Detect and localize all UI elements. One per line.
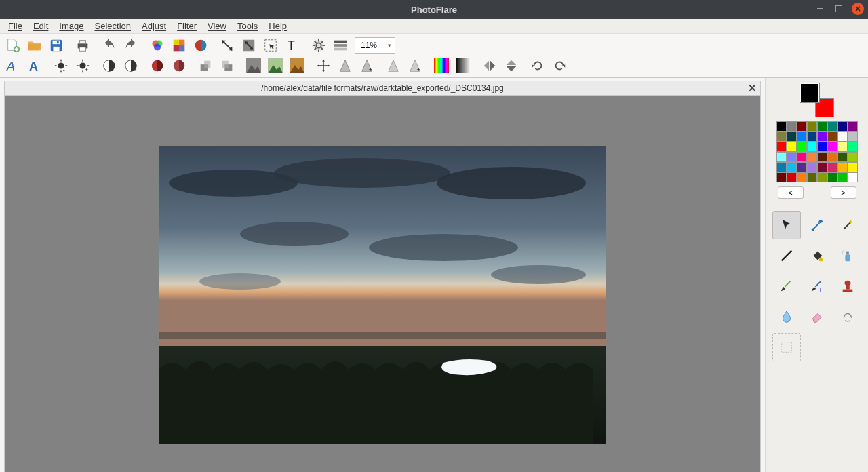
palette-color[interactable] [817,142,827,152]
palette-color[interactable] [817,121,827,132]
saturation-down-button[interactable] [147,56,167,75]
soften-more-button[interactable]: + [405,56,425,75]
fit-canvas-button[interactable] [239,36,259,55]
palette-color[interactable] [787,121,797,132]
palette-color[interactable] [776,172,787,182]
spray-tool[interactable] [833,241,862,270]
maximize-button[interactable] [833,3,845,15]
warm-filter-button[interactable] [287,56,307,75]
crop-tool[interactable] [772,333,801,361]
menu-adjust[interactable]: Adjust [136,20,172,33]
flip-horizontal-button[interactable] [479,56,500,75]
palette-color[interactable] [827,152,837,162]
zoom-dropdown-icon[interactable]: ▾ [384,42,395,49]
menu-selection[interactable]: Selection [90,20,136,33]
color-wheel-button[interactable] [191,36,211,55]
menu-file[interactable]: File [3,20,28,33]
palette-color[interactable] [817,152,827,162]
text-tool-button[interactable]: T [282,36,302,55]
palette-color[interactable] [776,132,787,142]
palette-color[interactable] [817,162,827,172]
menu-view[interactable]: View [202,20,232,33]
palette-color[interactable] [848,132,858,142]
grayscale-filter-button[interactable] [243,56,264,75]
palette-color[interactable] [787,172,797,182]
palette-color[interactable] [827,121,837,132]
palette-color[interactable] [776,142,787,152]
palette-color[interactable] [817,172,827,182]
palette-color[interactable] [837,121,848,132]
settings-button[interactable] [309,36,329,55]
rotate-cw-button[interactable] [217,56,237,75]
palette-color[interactable] [797,121,807,132]
rotate-ccw-button[interactable] [195,56,216,75]
line-tool[interactable] [772,241,801,270]
palette-color[interactable] [807,121,817,132]
magic-wand-tool[interactable] [833,211,862,239]
rotate-left-button[interactable] [528,56,548,75]
move-tool-button[interactable] [313,56,334,75]
palette-color[interactable] [848,152,858,162]
palette-color[interactable] [797,142,807,152]
undo-button[interactable] [99,36,119,55]
minimize-button[interactable] [814,3,826,15]
sepia-filter-button[interactable] [265,56,285,75]
palette-color[interactable] [787,152,797,162]
palette-color[interactable] [848,172,858,182]
rotate-right-button[interactable] [549,56,570,75]
canvas-viewport[interactable] [4,96,761,472]
palette-color[interactable] [787,132,797,142]
foreground-background-swatches[interactable] [800,83,834,117]
palette-color[interactable] [807,152,817,162]
saturation-up-button[interactable] [169,56,189,75]
menu-help[interactable]: Help [263,20,292,33]
new-file-button[interactable] [3,36,23,55]
palette-color[interactable] [848,142,858,152]
document-close-button[interactable]: ✕ [748,82,757,94]
palette-color[interactable] [827,142,837,152]
palette-prev-button[interactable]: < [778,186,804,199]
palette-color[interactable] [807,142,817,152]
palette-color[interactable] [807,172,817,182]
palette-color[interactable] [837,172,848,182]
rgb-channels-button[interactable] [147,36,167,55]
brightness-up-button[interactable]: + [73,56,93,75]
italic-text-button[interactable]: A [3,56,23,75]
palette-color[interactable] [848,121,858,132]
bold-text-button[interactable]: A [24,56,45,75]
soften-button[interactable] [383,56,403,75]
flip-vertical-button[interactable] [501,56,521,75]
save-button[interactable] [46,36,66,55]
palette-color[interactable] [837,162,848,172]
select-tool-button[interactable] [260,36,281,55]
hue-gradient-button[interactable] [431,56,452,75]
indexed-color-button[interactable] [169,36,189,55]
gray-gradient-button[interactable] [453,56,473,75]
palette-color[interactable] [848,162,858,172]
palette-color[interactable] [787,162,797,172]
blur-tool[interactable] [772,302,801,331]
palette-color[interactable] [817,132,827,142]
resize-image-button[interactable] [217,36,237,55]
contrast-up-button[interactable]: + [121,56,141,75]
gradient-button[interactable] [330,36,351,55]
palette-color[interactable] [776,152,787,162]
menu-filter[interactable]: Filter [172,20,202,33]
brush-tool[interactable] [772,272,801,300]
menu-image[interactable]: Image [54,20,89,33]
fill-bucket-tool[interactable] [803,241,831,270]
stamp-tool[interactable] [833,272,862,300]
menu-edit[interactable]: Edit [28,20,54,33]
foreground-color-swatch[interactable] [800,83,819,102]
sharpen-button[interactable] [335,56,355,75]
sharpen-more-button[interactable]: + [357,56,377,75]
palette-color[interactable] [827,172,837,182]
palette-color[interactable] [787,142,797,152]
pointer-tool[interactable] [772,211,801,239]
zoom-combobox[interactable]: 11% ▾ [355,37,395,54]
open-file-button[interactable] [24,36,45,55]
palette-color[interactable] [797,152,807,162]
palette-color[interactable] [837,152,848,162]
palette-color[interactable] [827,132,837,142]
palette-color[interactable] [807,132,817,142]
